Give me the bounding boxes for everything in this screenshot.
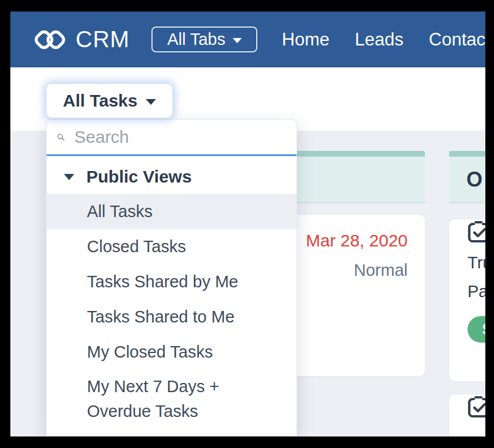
public-views-group-header[interactable]: Public Views	[47, 160, 297, 194]
dollar-icon: $	[482, 320, 485, 339]
collapse-arrow-icon	[64, 174, 74, 180]
chevron-down-icon	[146, 99, 156, 105]
search-icon	[57, 128, 65, 147]
view-item-all-tasks[interactable]: All Tasks	[47, 194, 297, 229]
column-title: O	[466, 168, 482, 192]
view-item-tasks-shared-to-me[interactable]: Tasks Shared to Me	[47, 299, 297, 335]
current-view-label: All Tasks	[63, 91, 138, 111]
view-list: Public Views All Tasks Closed Tasks Task…	[47, 156, 297, 428]
brand-name: CRM	[75, 26, 130, 52]
view-item-closed-tasks[interactable]: Closed Tasks	[47, 229, 297, 264]
task-card-title-line1: Tru	[468, 253, 485, 272]
app-window: Mar 28, 2020 Normal O Tru Pa $	[10, 12, 485, 436]
view-item-tasks-shared-by-me[interactable]: Tasks Shared by Me	[47, 264, 297, 299]
view-search-row	[47, 120, 297, 156]
chevron-down-icon	[233, 38, 242, 43]
task-card-title-line2: Pa	[468, 282, 485, 301]
all-tabs-button[interactable]: All Tabs	[151, 26, 257, 52]
column-accent-strip	[449, 151, 485, 157]
deal-amount-badge: $	[468, 316, 485, 343]
task-card[interactable]: Tru Pa $	[449, 219, 485, 381]
kanban-column-2-header: O	[449, 151, 485, 203]
zoho-crm-logo-icon	[32, 25, 67, 54]
view-selector-dropdown: Public Views All Tasks Closed Tasks Task…	[46, 119, 297, 436]
task-checklist-icon	[468, 219, 485, 244]
kanban-column-2: O Tru Pa $	[449, 151, 485, 436]
nav-link-contacts[interactable]: Contac	[429, 29, 485, 50]
nav-link-home[interactable]: Home	[282, 29, 330, 50]
all-tabs-label: All Tabs	[167, 30, 225, 49]
group-label: Public Views	[86, 167, 192, 187]
top-nav: CRM All Tabs Home Leads Contac	[10, 12, 485, 67]
view-item-my-closed-tasks[interactable]: My Closed Tasks	[47, 335, 297, 370]
view-selector-button[interactable]: All Tasks	[46, 83, 173, 118]
nav-link-leads[interactable]: Leads	[355, 29, 403, 50]
view-search-input[interactable]	[74, 127, 297, 147]
task-checklist-icon	[468, 394, 485, 419]
view-item-my-next-7-days-overdue-tasks[interactable]: My Next 7 Days + Overdue Tasks	[47, 370, 297, 428]
task-card[interactable]	[449, 394, 485, 436]
